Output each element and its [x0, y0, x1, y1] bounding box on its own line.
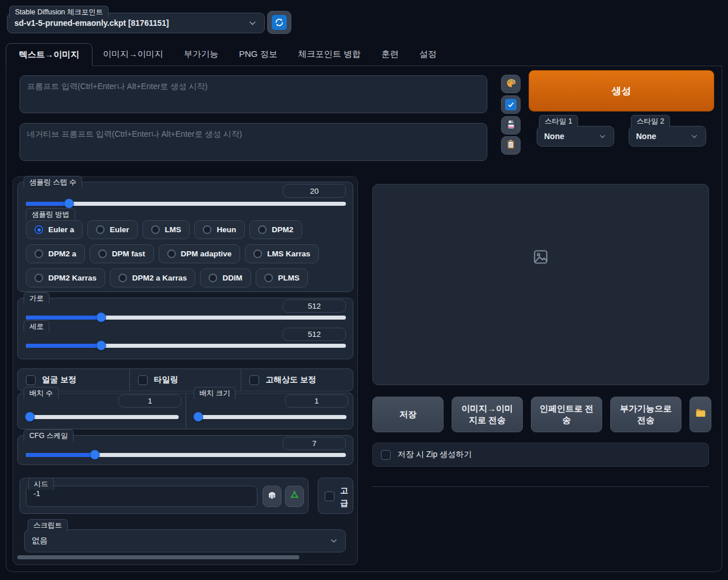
style2-label: 스타일 2 — [631, 115, 670, 127]
batch-size-value[interactable]: 1 — [285, 394, 348, 408]
zip-option-row[interactable]: 저장 시 Zip 생성하기 — [372, 443, 709, 467]
tiling-checkbox[interactable] — [138, 375, 148, 385]
sampling-method-label: 샘플링 방법 — [26, 208, 75, 220]
refresh-checkpoint-button[interactable] — [267, 11, 291, 34]
checkpoint-label: Stable Diffusion 체크포인트 — [9, 6, 109, 18]
highres-fix-checkbox[interactable] — [249, 375, 259, 385]
slider-thumb[interactable] — [90, 450, 99, 460]
batch-count-slider[interactable] — [26, 412, 179, 422]
radio-dpm2-a-karras[interactable]: DPM2 a Karras — [110, 268, 195, 287]
slider-thumb[interactable] — [25, 412, 34, 422]
seed-input[interactable]: -1 — [26, 486, 257, 507]
tab-train[interactable]: 훈련 — [371, 43, 409, 66]
radio-dpm2-karras[interactable]: DPM2 Karras — [26, 268, 105, 287]
slider-thumb[interactable] — [193, 412, 203, 422]
zip-checkbox[interactable] — [381, 450, 391, 460]
txt2img-page: Stable Diffusion 체크포인트 sd-v1-5-pruned-em… — [0, 0, 728, 580]
batch-count-value[interactable]: 1 — [118, 394, 182, 408]
sampling-group: 샘플링 스텝 수 20 샘플링 방법 Euler a Euler LMS Heu… — [17, 182, 353, 292]
chevron-down-icon — [598, 132, 607, 141]
send-to-extras-button[interactable]: 부가기능으로 전송 — [610, 397, 681, 432]
radio-dpm-adaptive[interactable]: DPM adaptive — [159, 244, 241, 263]
random-seed-button[interactable] — [263, 486, 282, 507]
radio-lms-karras[interactable]: LMS Karras — [245, 244, 319, 263]
prompt-input[interactable] — [20, 75, 487, 113]
radio-dpm2-a[interactable]: DPM2 a — [26, 244, 85, 263]
open-folder-button[interactable] — [690, 397, 711, 432]
seed-advanced-label: 고급 — [339, 484, 349, 509]
sampling-steps-label: 샘플링 스텝 수 — [24, 176, 82, 188]
height-slider[interactable] — [26, 340, 346, 351]
width-slider[interactable] — [26, 312, 346, 322]
send-to-img2img-button[interactable]: 이미지→이미지로 전송 — [452, 397, 523, 432]
reuse-seed-button[interactable] — [285, 486, 304, 507]
style-select-button[interactable] — [501, 95, 521, 114]
batch-count-label: 배치 수 — [24, 387, 59, 399]
batch-group: 배치 수 1 배치 크기 1 — [17, 393, 353, 429]
script-select[interactable]: 없음 — [24, 529, 346, 552]
cfg-scale-slider[interactable] — [26, 450, 346, 460]
highres-fix-toggle[interactable]: 고해상도 보정 — [241, 369, 353, 391]
radio-heun[interactable]: Heun — [194, 220, 245, 239]
output-divider — [372, 486, 709, 487]
style2-select[interactable]: None — [629, 126, 706, 147]
tab-settings[interactable]: 설정 — [409, 43, 447, 66]
slider-thumb[interactable] — [96, 313, 106, 322]
folder-icon — [695, 407, 707, 422]
tab-txt2img[interactable]: 텍스트→이미지 — [6, 43, 93, 66]
tab-extras[interactable]: 부가기능 — [174, 43, 229, 66]
sampling-method-radios: Euler a Euler LMS Heun DPM2 DPM2 a DPM f… — [26, 220, 348, 287]
main-tabs: 텍스트→이미지 이미지→이미지 부가기능 PNG 정보 체크포인트 병합 훈련 … — [6, 43, 722, 66]
tab-checkpoint-merger[interactable]: 체크포인트 병합 — [288, 43, 371, 66]
radio-dpm-fast[interactable]: DPM fast — [90, 244, 154, 263]
height-label: 세로 — [24, 320, 49, 332]
paste-prompt-button[interactable] — [501, 136, 521, 155]
send-to-inpaint-button[interactable]: 인페인트로 전송 — [531, 397, 602, 432]
checkbox-check-icon — [505, 99, 517, 110]
horizontal-scrollbar[interactable] — [17, 555, 299, 559]
refresh-icon — [272, 15, 287, 30]
style1-select[interactable]: None — [537, 126, 614, 147]
width-label: 가로 — [24, 292, 49, 304]
width-value[interactable]: 512 — [283, 299, 346, 313]
sampling-steps-slider[interactable] — [26, 198, 346, 209]
radio-ddim[interactable]: DDIM — [200, 268, 251, 287]
style1-label: 스타일 1 — [539, 115, 578, 127]
cfg-group: CFG 스케일 7 — [17, 435, 353, 465]
radio-euler-a[interactable]: Euler a — [26, 220, 83, 239]
negative-prompt-input[interactable] — [20, 123, 487, 161]
image-placeholder-icon — [532, 248, 549, 268]
tab-img2img[interactable]: 이미지→이미지 — [93, 43, 174, 66]
restore-faces-checkbox[interactable] — [26, 375, 36, 385]
radio-euler[interactable]: Euler — [87, 220, 138, 239]
chevron-down-icon — [690, 132, 699, 141]
generate-button[interactable]: 생성 — [529, 70, 714, 112]
seed-advanced-checkbox[interactable] — [325, 491, 334, 501]
batch-size-slider[interactable] — [194, 412, 346, 422]
slider-thumb[interactable] — [96, 341, 106, 351]
height-value[interactable]: 512 — [283, 328, 346, 341]
radio-lms[interactable]: LMS — [142, 220, 190, 239]
recycle-icon — [289, 490, 300, 503]
seed-label: 시드 — [28, 478, 54, 490]
style-apply-button[interactable] — [501, 75, 521, 93]
script-label: 스크립트 — [28, 519, 68, 531]
output-image-area — [372, 184, 709, 385]
chevron-down-icon — [329, 536, 338, 546]
radio-dpm2[interactable]: DPM2 — [249, 220, 302, 239]
chevron-down-icon — [248, 18, 257, 28]
radio-plms[interactable]: PLMS — [256, 268, 309, 287]
clipboard-icon — [506, 139, 516, 152]
tab-png-info[interactable]: PNG 정보 — [229, 43, 288, 66]
slider-thumb[interactable] — [64, 199, 74, 209]
cfg-scale-label: CFG 스케일 — [24, 429, 74, 441]
cfg-scale-value[interactable]: 7 — [283, 437, 346, 450]
dimensions-group: 가로 512 세로 512 — [17, 298, 353, 359]
seed-group: -1 시드 — [20, 478, 309, 514]
save-button[interactable]: 저장 — [372, 397, 444, 432]
save-style-button[interactable] — [501, 116, 521, 135]
seed-advanced-group: 고급 — [318, 478, 353, 514]
sampling-steps-value[interactable]: 20 — [283, 184, 346, 198]
toggles-group: 얼굴 보정 타일링 고해상도 보정 — [17, 368, 353, 391]
batch-size-label: 배치 크기 — [194, 387, 236, 399]
